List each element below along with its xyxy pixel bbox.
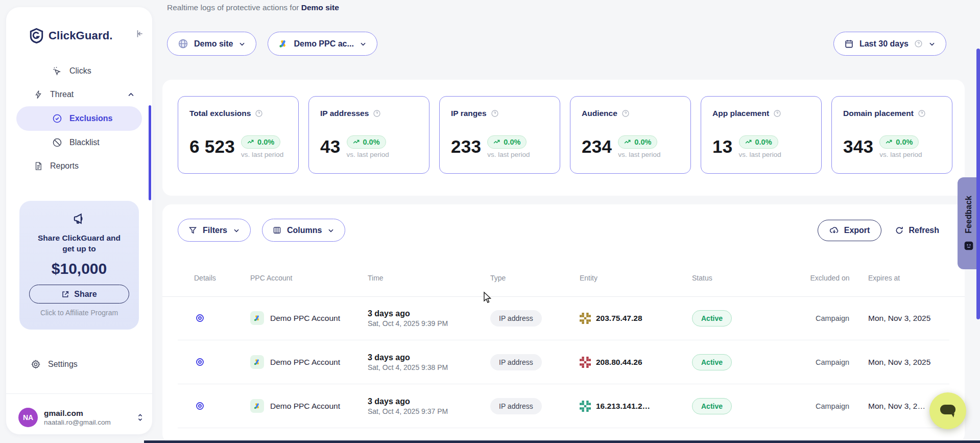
sidebar-item-settings[interactable]: Settings	[16, 353, 142, 376]
view-details-eye-icon[interactable]	[195, 401, 245, 411]
stat-label: App placement	[712, 109, 769, 118]
ppc-account-name: Demo PPC Account	[270, 358, 340, 367]
sidebar-menu: Clicks Threat Exclusions	[16, 59, 142, 178]
trend-up-icon	[353, 139, 360, 145]
stat-sub: vs. last period	[487, 151, 530, 158]
calendar-icon	[844, 39, 854, 49]
sidebar-item-label: Clicks	[69, 66, 91, 76]
table-header-row: Details PPC Account Time Type Entity Sta…	[178, 260, 949, 296]
refresh-button[interactable]: Refresh	[895, 226, 939, 235]
stat-sub: vs. last period	[347, 151, 389, 158]
help-circle-icon[interactable]	[773, 109, 781, 118]
entity-cell: 16.213.141.2…	[575, 401, 687, 412]
time-relative: 3 days ago	[368, 396, 485, 407]
report-document-icon	[34, 161, 43, 171]
user-name: gmail.com	[44, 408, 111, 418]
external-link-icon	[61, 290, 69, 298]
badge-check-icon	[52, 113, 62, 124]
lightning-icon	[34, 89, 43, 100]
help-circle-icon[interactable]	[918, 109, 926, 118]
feedback-face-icon	[964, 241, 974, 251]
date-range-value: Last 30 days	[859, 39, 909, 49]
chat-launcher-button[interactable]	[929, 392, 966, 429]
table-row[interactable]: Demo PPC Account 3 days ago Sat, Oct 4, …	[178, 296, 949, 340]
sidebar-collapse-icon[interactable]	[134, 29, 144, 39]
columns-button[interactable]: Columns	[262, 219, 345, 242]
globe-icon	[178, 38, 188, 49]
column-header-ppc-account[interactable]: PPC Account	[245, 274, 363, 282]
stat-sub: vs. last period	[618, 151, 660, 158]
time-cell: 3 days ago Sat, Oct 4, 2025 9:38 PM	[363, 352, 485, 372]
stat-value: 43	[320, 135, 341, 158]
gear-icon	[31, 359, 41, 369]
page-scrollbar-thumb[interactable]	[976, 49, 980, 319]
column-header-time[interactable]: Time	[363, 274, 485, 282]
ppc-account-selector-value: Demo PPC ac...	[294, 39, 353, 49]
view-details-eye-icon[interactable]	[195, 357, 245, 367]
date-range-selector[interactable]: Last 30 days	[833, 32, 946, 56]
ppc-account-cell: Demo PPC Account	[245, 355, 363, 369]
site-selector[interactable]: Demo site	[167, 32, 256, 56]
sidebar-scrollbar[interactable]	[149, 105, 151, 200]
stat-label: Total exclusions	[189, 109, 251, 118]
excluded-on-cell: Campaign	[797, 314, 863, 322]
sidebar-item-label: Reports	[50, 161, 79, 171]
entity-identicon	[580, 313, 591, 324]
help-circle-icon[interactable]	[491, 109, 499, 118]
share-button[interactable]: Share	[29, 285, 129, 304]
affiliate-promo-card[interactable]: Share ClickGuard and get up to $10,000 S…	[19, 201, 139, 330]
help-circle-icon[interactable]	[373, 109, 381, 118]
time-absolute: Sat, Oct 4, 2025 9:39 PM	[368, 319, 485, 329]
sidebar-item-clicks[interactable]: Clicks	[16, 59, 142, 83]
time-relative: 3 days ago	[368, 352, 485, 363]
ppc-account-selector[interactable]: Demo PPC ac...	[268, 32, 377, 56]
stat-label: IP ranges	[451, 109, 487, 118]
column-header-entity[interactable]: Entity	[575, 274, 687, 282]
table-row[interactable]: Demo PPC Account 3 days ago Sat, Oct 4, …	[178, 384, 949, 428]
sidebar-item-blacklist[interactable]: Blacklist	[16, 131, 142, 154]
column-header-excluded-on[interactable]: Excluded on	[797, 273, 863, 283]
affiliate-link[interactable]: Click to Affiliate Program	[19, 309, 139, 317]
stat-card-total-exclusions: Total exclusions 6 523 0.0% vs. last per…	[178, 96, 299, 174]
subtitle-text: Realtime logs of protective actions for	[167, 3, 301, 12]
chevron-up-icon[interactable]	[127, 91, 135, 99]
stat-value: 233	[451, 135, 481, 158]
brand-logo[interactable]: ClickGuard.	[30, 27, 142, 45]
help-circle-icon[interactable]	[622, 109, 630, 118]
sidebar-item-label: Settings	[48, 360, 78, 369]
column-header-details[interactable]: Details	[178, 274, 245, 282]
entity-cell: 208.80.44.26	[575, 357, 687, 368]
expires-at-cell: Mon, Nov 3, 2025	[863, 314, 949, 323]
type-badge: IP address	[490, 354, 542, 370]
stats-grid: Total exclusions 6 523 0.0% vs. last per…	[178, 96, 952, 174]
sidebar-item-exclusions[interactable]: Exclusions	[16, 106, 142, 131]
sidebar: ClickGuard. Clicks Threat	[6, 7, 152, 434]
chevron-up-down-icon[interactable]	[136, 413, 144, 422]
stat-label: Domain placement	[843, 109, 914, 118]
help-circle-icon[interactable]	[255, 109, 263, 118]
promo-amount: $10,000	[19, 260, 139, 277]
trend-up-icon	[247, 139, 254, 145]
user-account[interactable]: NA gmail.com naatali.ro@gmail.com	[18, 402, 144, 433]
filters-button[interactable]: Filters	[178, 219, 251, 242]
exclusions-log-panel: Filters Columns Export	[162, 204, 965, 443]
view-details-eye-icon[interactable]	[195, 313, 245, 323]
entity-cell: 203.75.47.28	[575, 313, 687, 324]
column-header-status[interactable]: Status	[687, 274, 797, 282]
trend-up-icon	[886, 139, 893, 145]
funnel-icon	[188, 226, 197, 235]
filters-button-label: Filters	[203, 226, 227, 235]
export-button[interactable]: Export	[818, 220, 882, 241]
stat-label: IP addresses	[320, 109, 369, 118]
column-header-expires-at[interactable]: Expires at	[863, 274, 949, 282]
google-ads-icon	[278, 39, 288, 49]
status-badge: Active	[692, 354, 732, 370]
column-header-type[interactable]: Type	[485, 274, 575, 282]
export-button-label: Export	[844, 226, 870, 235]
ppc-account-cell: Demo PPC Account	[245, 311, 363, 325]
sidebar-item-reports[interactable]: Reports	[16, 154, 142, 178]
clickguard-shield-icon	[30, 28, 43, 43]
table-row[interactable]: Demo PPC Account 3 days ago Sat, Oct 4, …	[178, 340, 949, 384]
sidebar-item-threat[interactable]: Threat	[16, 83, 142, 106]
stat-label: Audience	[582, 109, 617, 118]
